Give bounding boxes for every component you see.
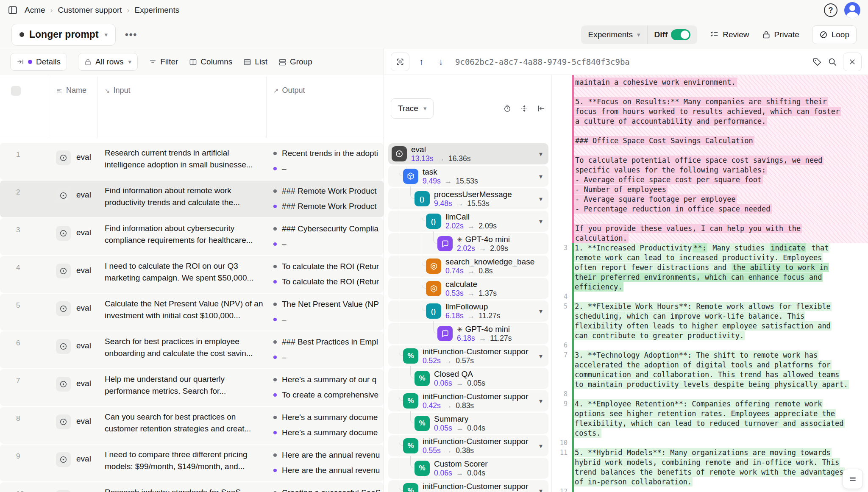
percent-icon: % — [415, 371, 430, 386]
diff-added-line: hybrid work models, combining remote and… — [552, 458, 868, 467]
rows-filter-button[interactable]: All rows ▾ — [78, 53, 138, 71]
column-header-output[interactable]: ↗ Output — [273, 86, 305, 95]
table-row[interactable]: 10evalResearch industry standards for Sa… — [0, 482, 384, 492]
trace-span-summary[interactable]: %Summary0.05s→0.04s — [388, 413, 548, 434]
column-header-input[interactable]: ↘ Input — [105, 86, 131, 95]
table-row[interactable]: 6evalSearch for best practices in employ… — [0, 331, 384, 368]
trace-span-gpt-4o-mini[interactable]: ✳GPT-4o mini6.18s→11.27s — [388, 323, 548, 344]
next-row-button[interactable]: ↓ — [433, 54, 448, 69]
select-all-checkbox[interactable] — [11, 86, 21, 96]
duration-right: 0.57s — [456, 356, 474, 365]
diff-line-number — [552, 419, 572, 428]
private-button[interactable]: Private — [762, 30, 799, 39]
sidebar-toggle-icon[interactable] — [8, 5, 18, 15]
review-button[interactable]: Review — [710, 30, 749, 39]
percent-icon: % — [403, 483, 418, 492]
trace-span-gpt-4o-mini[interactable]: ✳GPT-4o mini2.02s→2.09s — [388, 233, 548, 254]
filter-button[interactable]: Filter — [149, 57, 178, 67]
avatar[interactable] — [844, 2, 860, 18]
table-row[interactable]: 9evalI need to compare three different p… — [0, 445, 384, 481]
outline-button[interactable] — [843, 469, 863, 489]
span-label: ✳GPT-4o mini — [457, 235, 510, 244]
table-row[interactable]: 2evalFind information about remote work … — [0, 181, 384, 217]
duration-right: 2.09s — [490, 244, 508, 253]
table-row[interactable]: 8evalCan you search for best practices o… — [0, 407, 384, 444]
chevron-down-icon[interactable]: ▾ — [539, 172, 542, 181]
trace-span-search-knowledge-base[interactable]: search_knowledge_base0.74s→0.8s — [388, 256, 548, 277]
breadcrumb-project[interactable]: Customer support — [58, 6, 122, 15]
chevron-down-icon[interactable]: ▾ — [539, 442, 542, 450]
breadcrumb-workspace[interactable]: Acme — [25, 6, 45, 15]
chevron-down-icon: ▾ — [637, 31, 640, 39]
trace-span-calculate[interactable]: calculate0.53s→1.37s — [388, 278, 548, 299]
help-icon[interactable]: ? — [824, 3, 837, 17]
diff-removed-line — [552, 87, 868, 97]
tree-connector-line — [399, 456, 399, 481]
table-row[interactable]: 1evalResearch current trends in artifici… — [0, 143, 384, 180]
details-button[interactable]: Details — [10, 53, 67, 71]
span-label: llmFollowup — [445, 302, 488, 311]
chevron-down-icon[interactable]: ▾ — [539, 487, 542, 492]
actual-dot-icon — [273, 393, 277, 397]
chevron-down-icon[interactable]: ▾ — [539, 352, 542, 360]
timer-icon[interactable] — [503, 104, 512, 113]
expand-trace-button[interactable] — [391, 53, 409, 71]
table-row[interactable]: 3evalFind information about cybersecurit… — [0, 218, 384, 255]
search-icon[interactable] — [828, 57, 837, 67]
breadcrumb-section[interactable]: Experiments — [135, 6, 180, 15]
span-durations: 0.53s→1.37s — [445, 289, 497, 298]
trace-span-custom-scorer[interactable]: %Custom Scorer0.06s→0.04s — [388, 458, 548, 479]
column-header-name[interactable]: Name — [56, 86, 86, 95]
chevron-down-icon[interactable]: ▾ — [539, 397, 542, 405]
tree-connector-line — [399, 299, 399, 323]
trace-span-llmfollowup[interactable]: ()llmFollowup6.18s→11.27s▾ — [388, 300, 548, 322]
trace-span-processusermessage[interactable]: ()processUserMessage9.48s→15.53s▾ — [388, 188, 548, 209]
row-input: I need to calculate the ROI on our Q3 ma… — [105, 260, 265, 284]
diff-line-number — [552, 380, 572, 389]
view-selector[interactable]: Experiments ▾ — [581, 30, 647, 39]
trace-span-initfunction-customer-support-c-[interactable]: %initFunction-Customer support-C...0.52s… — [388, 345, 548, 367]
collapse-vertical-icon[interactable] — [520, 104, 529, 113]
arrow-right-icon: → — [445, 401, 452, 410]
trace-view-selector[interactable]: Trace ▾ — [391, 98, 434, 119]
duration-right: 15.53s — [467, 199, 490, 208]
trace-span-initfunction-customer-support-c-[interactable]: %initFunction-Customer support-C...3.64s… — [388, 480, 548, 492]
diff-added-line: can contribute to greater productivity. — [552, 331, 868, 341]
eval-target-icon — [56, 490, 71, 492]
trace-span-closed-qa[interactable]: %Closed QA0.06s→0.05s — [388, 368, 548, 389]
table-row[interactable]: 4evalI need to calculate the ROI on our … — [0, 256, 384, 293]
table-row[interactable]: 5evalCalculate the Net Present Value (NP… — [0, 294, 384, 331]
diff-line-number: 3 — [552, 243, 572, 253]
table-row[interactable]: 7evalHelp me understand our quarterly pe… — [0, 369, 384, 406]
trace-span-initfunction-customer-support-c-[interactable]: %initFunction-Customer support-C...0.55s… — [388, 435, 548, 456]
close-panel-button[interactable] — [843, 53, 862, 71]
list-button[interactable]: List — [243, 57, 267, 67]
chevron-down-icon[interactable]: ▾ — [539, 217, 542, 225]
collapse-left-icon[interactable] — [537, 104, 545, 113]
tag-icon[interactable] — [812, 57, 822, 67]
group-button[interactable]: Group — [278, 57, 312, 67]
tree-connector-line — [399, 254, 399, 278]
previous-row-button[interactable]: ↑ — [414, 54, 429, 69]
experiment-selector[interactable]: Longer prompt ▾ — [11, 24, 116, 46]
columns-label: Columns — [200, 57, 232, 67]
diff-toggle[interactable] — [671, 29, 690, 40]
chevron-down-icon[interactable]: ▾ — [539, 307, 542, 315]
diff-added-line: 115. **Hybrid Models**: Many organizatio… — [552, 448, 868, 458]
chevron-down-icon[interactable]: ▾ — [539, 195, 542, 203]
span-label: calculate — [445, 280, 477, 289]
more-menu-icon[interactable]: ••• — [125, 29, 137, 40]
columns-button[interactable]: Columns — [189, 57, 232, 67]
trace-span-llmcall[interactable]: ()llmCall2.02s→2.09s▾ — [388, 211, 548, 232]
diff-gutter — [552, 233, 572, 243]
loop-button[interactable]: Loop — [812, 25, 857, 44]
chevron-down-icon[interactable]: ▾ — [539, 150, 542, 158]
diff-removed-section: maintain a cohesive work environment.5. … — [552, 75, 868, 243]
trace-span-task[interactable]: task9.49s→15.53s▾ — [388, 166, 548, 187]
output-expected: Creating a successful SaaS — [273, 488, 384, 492]
span-durations: 2.02s→2.09s — [445, 222, 497, 231]
eval-target-icon — [56, 377, 71, 392]
trace-span-eval[interactable]: eval13.13s→16.36s▾ — [388, 143, 548, 164]
trace-span-initfunction-customer-support-c-[interactable]: %initFunction-Customer support-C...0.42s… — [388, 390, 548, 411]
chevron-down-icon: ▾ — [105, 31, 108, 39]
